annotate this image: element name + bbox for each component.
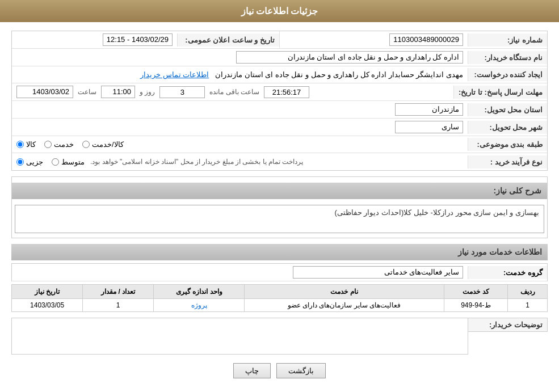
print-button[interactable]: چاپ: [233, 363, 271, 378]
row-buyer-org: نام دستگاه خریدار: اداره کل راهداری و حم…: [12, 49, 547, 66]
creator-link[interactable]: اطلاعات تماس خریدار: [140, 70, 209, 79]
need-number-label: شماره نیاز:: [468, 33, 547, 47]
table-header-row: ردیف کد خدمت نام خدمت واحد اندازه گیری ت…: [12, 285, 548, 299]
buyer-notes-textarea[interactable]: [12, 318, 468, 352]
description-content: [12, 202, 547, 238]
announce-datetime-value: 1403/02/29 - 12:15: [12, 31, 177, 48]
category-label-service: خدمت: [54, 140, 74, 149]
description-section: شرح کلی نیاز:: [11, 176, 548, 238]
buyer-org-box: اداره کل راهداری و حمل و نقل جاده ای است…: [236, 51, 463, 64]
city-value: ساری: [12, 119, 468, 136]
purchase-type-radio-group: متوسط جزیی: [16, 158, 85, 166]
purchase-type-radio-medium[interactable]: [52, 158, 59, 166]
table-cell-5: 1403/03/05: [12, 299, 83, 312]
deadline-date-box: 1403/03/02: [16, 86, 73, 98]
remaining-days-label: روز و: [140, 88, 155, 96]
city-box: ساری: [395, 121, 463, 133]
table-cell-2: فعالیت‌های سایر سازمان‌های دارای عضو: [245, 299, 444, 312]
content-area: شماره نیاز: 1103003489000029 تاریخ و ساع…: [0, 22, 559, 392]
services-table-section: ردیف کد خدمت نام خدمت واحد اندازه گیری ت…: [11, 284, 548, 312]
buyer-notes-row: توضیحات خریدار:: [11, 318, 548, 355]
category-option-service[interactable]: خدمت: [44, 140, 74, 149]
table-row: 1ط-94-949فعالیت‌های سایر سازمان‌های دارا…: [12, 299, 548, 312]
buyer-notes-content: [11, 318, 468, 355]
main-info-section: شماره نیاز: 1103003489000029 تاریخ و ساع…: [11, 31, 548, 171]
purchase-type-value: متوسط جزیی پرداخت تمام یا بخشی از مبلغ خ…: [12, 155, 468, 168]
deadline-time-label: ساعت: [78, 88, 96, 96]
service-group-value: سایر فعالیت‌های خدماتی: [12, 264, 468, 281]
services-section-title: اطلاعات خدمات مورد نیاز: [11, 244, 548, 260]
category-radio-service[interactable]: [44, 141, 52, 148]
row-city: شهر محل تحویل: ساری: [12, 119, 547, 136]
group-row-inner: گروه خدمت: سایر فعالیت‌های خدماتی: [12, 264, 547, 281]
table-cell-4: 1: [83, 299, 154, 312]
service-group-label: گروه خدمت:: [468, 266, 547, 279]
remaining-days-box: 3: [159, 86, 205, 98]
row-province: استان محل تحویل: مازندران: [12, 101, 547, 119]
back-button[interactable]: بازگشت: [276, 363, 326, 378]
col-row-num: ردیف: [508, 285, 548, 299]
purchase-type-label-partial: جزیی: [26, 158, 43, 166]
deadline-value: 1403/03/02 ساعت 11:00 روز و 3 ساعت باقی …: [12, 83, 453, 100]
page-title: جزئیات اطلاعات نیاز: [241, 6, 318, 16]
table-cell-1: ط-94-949: [444, 299, 508, 312]
row-creator: ایجاد کننده درخواست: مهدی اندایشگر حسابد…: [12, 66, 547, 83]
purchase-type-label: نوع فرآیند خرید :: [468, 155, 547, 168]
purchase-type-radio-partial[interactable]: [16, 158, 24, 166]
need-number-value: 1103003489000029: [280, 31, 468, 48]
province-value: مازندران: [12, 101, 468, 118]
category-radio-group: کالا/خدمت خدمت کالا: [16, 140, 463, 149]
category-label-goods-service: کالا/خدمت: [92, 140, 124, 149]
row-need-number: شماره نیاز: 1103003489000029 تاریخ و ساع…: [12, 31, 547, 49]
purchase-type-option-medium[interactable]: متوسط: [52, 158, 85, 166]
creator-label: ایجاد کننده درخواست:: [468, 68, 547, 81]
purchase-type-label-medium: متوسط: [61, 158, 85, 166]
category-label-goods: کالا: [26, 140, 36, 149]
service-group-box: سایر فعالیت‌های خدماتی: [293, 266, 463, 279]
category-value: کالا/خدمت خدمت کالا: [12, 138, 468, 151]
services-section: اطلاعات خدمات مورد نیاز گروه خدمت: سایر …: [11, 244, 548, 312]
description-textarea[interactable]: [15, 205, 544, 233]
purchase-type-option-partial[interactable]: جزیی: [16, 158, 43, 166]
category-radio-goods[interactable]: [16, 141, 24, 148]
province-box: مازندران: [395, 103, 463, 116]
button-row: بازگشت چاپ: [11, 363, 548, 387]
description-title: شرح کلی نیاز:: [12, 183, 547, 199]
need-number-box: 1103003489000029: [389, 33, 463, 46]
table-cell-0: 1: [508, 299, 548, 312]
table-cell-3: پروژه: [154, 299, 245, 312]
col-quantity: تعداد / مقدار: [83, 285, 154, 299]
announce-datetime-label: تاریخ و ساعت اعلان عمومی:: [177, 33, 279, 47]
deadline-time-box: 11:00: [101, 86, 135, 98]
row-category: طبقه بندی موضوعی: کالا/خدمت خدمت کالا: [12, 136, 547, 153]
purchase-type-note: پرداخت تمام یا بخشی از مبلغ خریدار از مح…: [90, 158, 303, 166]
buyer-org-value: اداره کل راهداری و حمل و نقل جاده ای است…: [12, 49, 468, 66]
category-radio-goods-service[interactable]: [82, 141, 90, 148]
province-label: استان محل تحویل:: [468, 103, 547, 116]
announce-datetime-box: 1403/02/29 - 12:15: [103, 33, 173, 46]
buyer-notes-label: توضیحات خریدار:: [468, 318, 548, 332]
col-service-name: نام خدمت: [245, 285, 444, 299]
row-deadline: مهلت ارسال پاسخ: تا تاریخ: 1403/03/02 سا…: [12, 83, 547, 101]
service-group-row: گروه خدمت: سایر فعالیت‌های خدماتی: [11, 263, 548, 281]
creator-value: مهدی اندایشگر حسابدار اداره کل راهداری و…: [12, 68, 468, 81]
category-option-goods[interactable]: کالا: [16, 140, 36, 149]
services-table: ردیف کد خدمت نام خدمت واحد اندازه گیری ت…: [11, 284, 548, 312]
category-option-goods-service[interactable]: کالا/خدمت: [82, 140, 124, 149]
col-unit: واحد اندازه گیری: [154, 285, 245, 299]
creator-text: مهدی اندایشگر حسابدار اداره کل راهداری و…: [215, 70, 463, 79]
category-label: طبقه بندی موضوعی:: [468, 138, 547, 151]
row-purchase-type: نوع فرآیند خرید : متوسط جزیی: [12, 153, 547, 170]
page-wrapper: جزئیات اطلاعات نیاز شماره نیاز: 11030034…: [0, 0, 559, 392]
remaining-time-box: 21:56:17: [264, 86, 309, 98]
buyer-org-label: نام دستگاه خریدار:: [468, 51, 547, 64]
col-service-code: کد خدمت: [444, 285, 508, 299]
col-date: تاریخ نیاز: [12, 285, 83, 299]
deadline-label: مهلت ارسال پاسخ: تا تاریخ:: [453, 86, 547, 99]
remaining-time-label: ساعت باقی مانده: [209, 88, 259, 96]
city-label: شهر محل تحویل:: [468, 121, 547, 134]
page-header: جزئیات اطلاعات نیاز: [0, 0, 559, 22]
